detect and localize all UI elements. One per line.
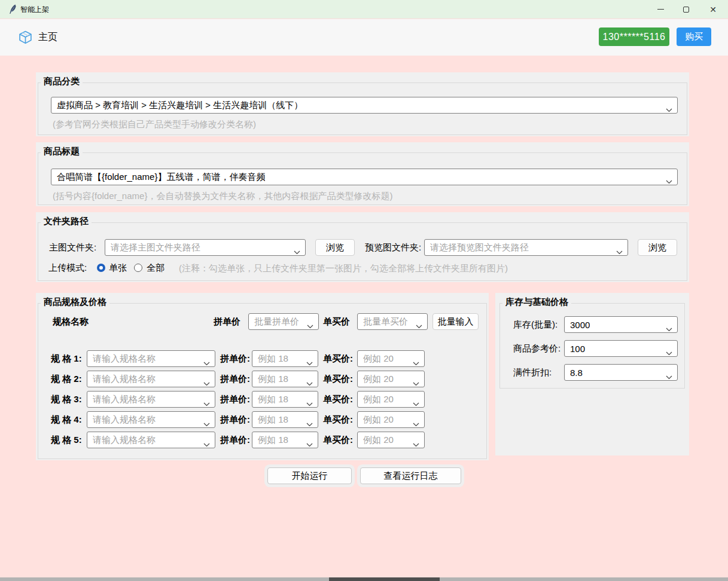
spec-single-price-select-4[interactable]: 例如 20 [357, 411, 425, 428]
folders-legend: 文件夹路径 [41, 216, 92, 227]
chevron-down-icon [306, 357, 313, 368]
spec-name-select-1[interactable]: 请输入规格名称 [87, 350, 215, 367]
preview-folder-select[interactable]: 请选择预览图文件夹路径 [424, 239, 628, 256]
stock-qty-select[interactable]: 3000 [564, 316, 678, 333]
spec-single-price-select-1[interactable]: 例如 20 [357, 350, 425, 367]
spec-group-price-select-3[interactable]: 例如 18 [252, 391, 318, 408]
stock-qty-label: 库存(批量): [513, 316, 558, 333]
reference-price-value: 100 [570, 344, 585, 354]
title-select[interactable]: 合唱简谱【{folder_name}】五线谱，简谱，伴奏音频 [51, 169, 678, 185]
specs-groupbox: 商品规格及价格 规格名称 拼单价 批量拼单价 单买价 批量单买价 批量输入 规 … [36, 293, 489, 460]
spec-group-price-select-4[interactable]: 例如 18 [252, 411, 318, 428]
preview-folder-placeholder: 请选择预览图文件夹路径 [430, 242, 529, 253]
category-groupbox: 商品分类 虚拟商品 > 教育培训 > 生活兴趣培训 > 生活兴趣培训（线下） (… [36, 72, 689, 136]
window-title: 智能上架 [20, 5, 49, 15]
bulk-input-button[interactable]: 批量输入 [432, 313, 479, 330]
chevron-down-icon [666, 371, 672, 381]
chevron-down-icon [203, 398, 210, 408]
group-price-header: 拼单价 [214, 313, 240, 330]
specs-legend: 商品规格及价格 [41, 296, 109, 308]
chevron-down-icon [413, 418, 419, 429]
row-single-price-label: 单买价: [323, 391, 353, 408]
row-group-price-label: 拼单价: [220, 391, 250, 408]
spec-row-label: 规 格 1: [51, 350, 82, 367]
chevron-down-icon [616, 246, 623, 256]
main-folder-placeholder: 请选择主图文件夹路径 [111, 242, 200, 253]
chevron-down-icon [203, 357, 210, 368]
view-log-button[interactable]: 查看运行日志 [360, 467, 461, 484]
spec-name-select-2[interactable]: 请输入规格名称 [87, 371, 215, 387]
title-value: 合唱简谱【{folder_name}】五线谱，简谱，伴奏音频 [57, 172, 265, 183]
bulk-single-price-select[interactable]: 批量单买价 [357, 313, 428, 330]
chevron-down-icon [203, 378, 210, 388]
spec-group-price-select-5[interactable]: 例如 18 [252, 432, 318, 448]
discount-select[interactable]: 8.8 [564, 364, 678, 381]
radio-all[interactable] [134, 264, 142, 272]
group-price-placeholder: 例如 18 [258, 414, 288, 426]
scrollbar-thumb[interactable] [329, 577, 440, 581]
chevron-down-icon [413, 439, 419, 449]
spec-group-price-select-2[interactable]: 例如 18 [252, 371, 318, 387]
spec-name-select-4[interactable]: 请输入规格名称 [87, 411, 215, 428]
row-group-price-label: 拼单价: [220, 411, 250, 428]
stock-legend: 库存与基础价格 [502, 296, 571, 308]
feather-app-icon [8, 4, 17, 14]
category-select[interactable]: 虚拟商品 > 教育培训 > 生活兴趣培训 > 生活兴趣培训（线下） [51, 97, 678, 114]
bulk-group-price-select[interactable]: 批量拼单价 [248, 313, 319, 330]
row-group-price-label: 拼单价: [220, 432, 250, 448]
group-price-placeholder: 例如 18 [258, 353, 288, 365]
radio-single-label[interactable]: 单张 [109, 259, 127, 276]
upload-mode-note: (注释：勾选单张，只上传文件夹里第一张图片，勾选全部将上传文件夹里所有图片) [179, 263, 508, 274]
spec-single-price-select-3[interactable]: 例如 20 [357, 391, 425, 408]
category-legend: 商品分类 [41, 76, 83, 87]
bulk-group-price-placeholder: 批量拼单价 [254, 316, 299, 328]
chevron-down-icon [666, 347, 672, 357]
row-single-price-label: 单买价: [323, 432, 353, 448]
start-run-button[interactable]: 开始运行 [267, 467, 352, 484]
spec-name-select-3[interactable]: 请输入规格名称 [87, 391, 215, 408]
chevron-down-icon [203, 439, 210, 449]
phone-badge: 130******5116 [599, 27, 669, 46]
folders-groupbox: 文件夹路径 主图文件夹: 请选择主图文件夹路径 浏览 预览图文件夹: 请选择预览… [36, 212, 689, 282]
reference-price-select[interactable]: 100 [564, 340, 678, 357]
spec-name-header: 规格名称 [53, 313, 89, 330]
maximize-icon [683, 7, 689, 13]
spec-row-label: 规 格 3: [51, 391, 82, 408]
radio-single-selected[interactable] [97, 264, 105, 272]
radio-all-label[interactable]: 全部 [147, 259, 165, 276]
discount-label: 满件折扣: [513, 364, 552, 381]
chevron-down-icon [416, 320, 422, 331]
spec-row-label: 规 格 2: [51, 371, 82, 387]
chevron-down-icon [294, 246, 300, 256]
package-cube-icon [18, 30, 33, 45]
spec-name-placeholder: 请输入规格名称 [93, 435, 156, 446]
category-value: 虚拟商品 > 教育培训 > 生活兴趣培训 > 生活兴趣培训（线下） [57, 100, 303, 111]
row-single-price-label: 单买价: [323, 371, 353, 387]
titlebar: 智能上架 ✕ [0, 0, 728, 19]
group-price-placeholder: 例如 18 [258, 435, 288, 446]
spec-name-placeholder: 请输入规格名称 [93, 394, 156, 405]
row-group-price-label: 拼单价: [220, 371, 250, 387]
chevron-down-icon [306, 398, 313, 408]
minimize-button[interactable] [648, 0, 673, 19]
spec-name-placeholder: 请输入规格名称 [93, 414, 156, 426]
buy-button[interactable]: 购买 [677, 27, 711, 46]
main-folder-select[interactable]: 请选择主图文件夹路径 [105, 239, 306, 256]
maximize-button[interactable] [674, 0, 699, 19]
chevron-down-icon [666, 104, 672, 114]
spec-group-price-select-1[interactable]: 例如 18 [252, 350, 318, 367]
single-price-header: 单买价 [323, 313, 350, 330]
chevron-down-icon [306, 378, 313, 388]
spec-single-price-select-5[interactable]: 例如 20 [357, 432, 425, 448]
row-single-price-label: 单买价: [323, 411, 353, 428]
spec-single-price-select-2[interactable]: 例如 20 [357, 371, 425, 387]
browse-preview-button[interactable]: 浏览 [638, 239, 677, 256]
browse-main-button[interactable]: 浏览 [315, 239, 355, 256]
horizontal-scrollbar[interactable] [0, 577, 728, 581]
home-tab[interactable]: 主页 [38, 31, 57, 44]
stock-panel: 库存与基础价格 库存(批量): 3000 商品参考价: 100 满件折扣: 8.… [495, 293, 689, 455]
spec-name-select-5[interactable]: 请输入规格名称 [87, 432, 215, 448]
close-button[interactable]: ✕ [700, 0, 726, 19]
app-window: 智能上架 ✕ 主页 130******5116 购买 商品分类 虚拟商品 > 教… [0, 0, 728, 581]
bulk-single-price-placeholder: 批量单买价 [363, 316, 408, 328]
